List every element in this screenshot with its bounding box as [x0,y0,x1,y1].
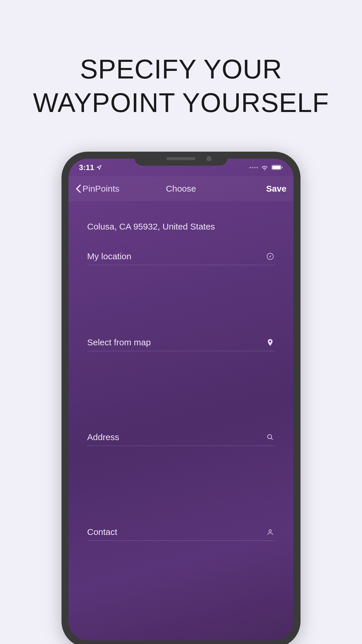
battery-icon [271,165,283,170]
select-from-map-row[interactable]: Select from map [87,332,275,351]
my-location-label: My location [87,251,131,261]
svg-marker-4 [269,255,272,258]
promo-headline: SPECIFY YOUR WAYPOINT YOURSELF [0,52,362,120]
nav-title: Choose [166,184,196,194]
cellular-signal-icon [249,167,258,168]
phone-notch [134,152,228,166]
back-button[interactable]: PinPoints [75,184,120,194]
person-icon [266,527,275,537]
svg-line-7 [271,438,273,440]
chevron-left-icon [75,184,81,193]
nav-bar: PinPoints Choose Save [68,176,294,201]
contact-label: Contact [87,527,117,537]
map-pin-icon [266,338,275,347]
compass-icon [266,252,275,261]
location-arrow-icon [96,165,102,170]
save-button[interactable]: Save [266,184,287,194]
address-row[interactable]: Address [87,427,275,446]
select-from-map-label: Select from map [87,337,151,347]
content-area: Colusa, CA 95932, United States My locat… [68,201,294,541]
back-label: PinPoints [82,184,120,194]
phone-screen: 3:11 [68,159,294,640]
phone-mockup: 3:11 [61,152,301,644]
svg-rect-1 [272,166,281,169]
svg-rect-2 [282,167,283,168]
svg-point-5 [269,341,271,342]
current-address-text: Colusa, CA 95932, United States [87,222,275,232]
wifi-icon [261,164,268,170]
my-location-row[interactable]: My location [87,246,275,265]
svg-point-8 [269,530,271,532]
current-address-display: Colusa, CA 95932, United States [87,201,275,246]
phone-frame: 3:11 [61,152,301,644]
search-icon [266,433,275,442]
status-time: 3:11 [79,163,94,172]
contact-row[interactable]: Contact [87,522,275,541]
address-label: Address [87,432,119,442]
